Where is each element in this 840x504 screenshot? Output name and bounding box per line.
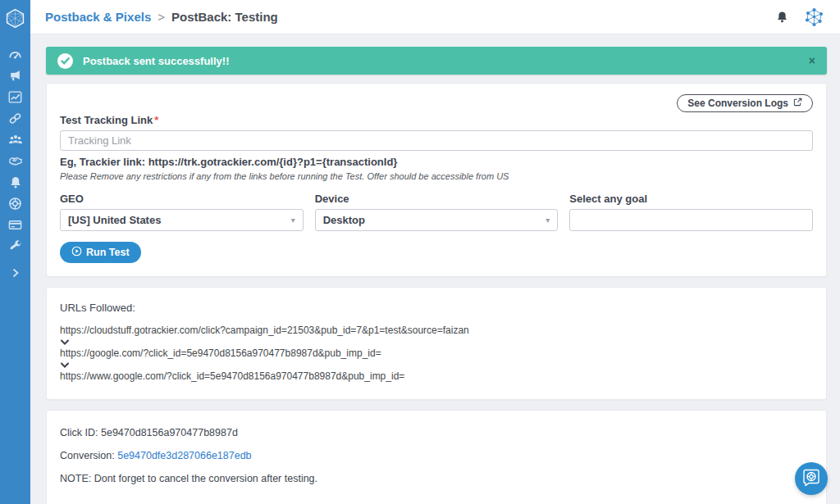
help-widget-button[interactable]	[795, 462, 828, 495]
chevron-down-icon	[60, 361, 813, 369]
chevron-down-icon	[60, 338, 813, 346]
device-value: Desktop	[323, 214, 365, 226]
top-header: Postback & Pixels > PostBack: Testing	[30, 0, 840, 34]
chevron-down-icon: ▾	[546, 216, 550, 225]
tracking-link-input[interactable]	[60, 130, 813, 151]
geo-label: GEO	[60, 193, 304, 205]
content-area: Postback sent successfully!! × See Conve…	[30, 34, 840, 504]
url-line: https://www.google.com/?click_id=5e9470d…	[60, 370, 813, 383]
breadcrumb: Postback & Pixels > PostBack: Testing	[45, 10, 278, 24]
sidebar-item-billing[interactable]	[0, 216, 30, 237]
tracking-link-label: Test Tracking Link*	[60, 114, 813, 126]
links-chain-icon	[8, 111, 22, 129]
network-graph-icon[interactable]	[803, 7, 825, 28]
run-test-button[interactable]: Run Test	[60, 242, 141, 263]
notification-bell-icon[interactable]	[776, 10, 788, 24]
sidebar-item-publishers[interactable]	[0, 130, 30, 152]
success-banner: Postback sent successfully!! ×	[46, 47, 827, 75]
conversion-label: Conversion:	[60, 450, 117, 461]
breadcrumb-postback-pixels-link[interactable]: Postback & Pixels	[45, 10, 151, 24]
campaigns-megaphone-icon	[8, 69, 22, 86]
sidebar-item-expand[interactable]	[0, 263, 30, 284]
test-form-card: See Conversion Logs Test Tracking Link* …	[46, 83, 827, 277]
expand-chevron-icon	[11, 266, 21, 281]
device-field: Device Desktop ▾	[315, 193, 559, 231]
note-line: NOTE: Dont forget to cancel the conversi…	[60, 473, 813, 484]
notifications-bell-icon	[9, 175, 22, 193]
sidebar-item-notifications[interactable]	[0, 173, 30, 194]
main-area: Postback & Pixels > PostBack: Testing Po…	[30, 0, 840, 504]
sidebar-item-reports[interactable]	[0, 88, 30, 109]
urls-followed-card: URLs Followed: https://cloudstuff.gotrac…	[46, 287, 827, 400]
check-circle-icon	[57, 53, 73, 69]
page-title: PostBack: Testing	[171, 10, 278, 24]
geo-field: GEO [US] United States ▾	[60, 193, 304, 231]
billing-card-icon	[8, 218, 22, 235]
chevron-down-icon: ▾	[291, 216, 295, 225]
click-id-line: Click ID: 5e9470d8156a970477b8987d	[60, 427, 813, 438]
conversion-id-link[interactable]: 5e9470dfe3d287066e187edb	[117, 450, 251, 461]
goal-input[interactable]	[569, 209, 813, 231]
see-logs-label: See Conversion Logs	[687, 98, 788, 109]
play-circle-icon	[71, 246, 82, 259]
publishers-users-icon	[8, 133, 23, 150]
banner-message: Postback sent successfully!!	[83, 55, 809, 67]
sidebar-item-support[interactable]	[0, 194, 30, 216]
device-label: Device	[315, 193, 559, 205]
geo-value: [US] United States	[68, 214, 161, 226]
goal-label: Select any goal	[569, 193, 813, 205]
conversion-result-card: Click ID: 5e9470d8156a970477b8987d Conve…	[46, 410, 827, 504]
click-id-value: 5e9470d8156a970477b8987d	[101, 427, 238, 438]
geo-select[interactable]: [US] United States ▾	[60, 209, 304, 231]
sidebar-item-links[interactable]	[0, 109, 30, 130]
sidebar	[0, 0, 30, 504]
trackier-logo-icon[interactable]	[5, 8, 25, 32]
run-test-label: Run Test	[86, 247, 130, 258]
external-link-icon	[793, 98, 802, 109]
required-asterisk: *	[154, 114, 158, 126]
url-line: https://cloudstuff.gotrackier.com/click?…	[60, 325, 813, 337]
banner-close-icon[interactable]: ×	[809, 55, 815, 66]
sidebar-item-advertisers[interactable]	[0, 152, 30, 173]
dashboard-gauge-icon	[8, 48, 22, 65]
urls-followed-title: URLs Followed:	[60, 302, 813, 314]
click-id-label: Click ID:	[60, 427, 101, 438]
goal-field: Select any goal	[569, 193, 813, 231]
conversion-line: Conversion: 5e9470dfe3d287066e187edb	[60, 450, 813, 461]
breadcrumb-separator: >	[158, 10, 165, 24]
reports-chart-icon	[8, 90, 22, 107]
see-conversion-logs-button[interactable]: See Conversion Logs	[677, 94, 813, 112]
sidebar-item-dashboard[interactable]	[0, 45, 30, 66]
url-line: https://google.com/?click_id=5e9470d8156…	[60, 347, 813, 360]
advertisers-handshake-icon	[8, 154, 23, 171]
tracking-link-example: Eg, Trackier link: https://trk.gotrackie…	[60, 156, 813, 168]
tools-wrench-icon	[9, 239, 22, 256]
restriction-note: Please Remove any restrictions if any fr…	[60, 171, 813, 181]
support-lifering-icon	[8, 197, 22, 214]
help-lifering-chat-icon	[802, 468, 820, 489]
header-actions	[776, 7, 825, 28]
sidebar-item-tools[interactable]	[0, 237, 30, 258]
device-select[interactable]: Desktop ▾	[315, 209, 559, 231]
sidebar-item-campaigns[interactable]	[0, 66, 30, 88]
